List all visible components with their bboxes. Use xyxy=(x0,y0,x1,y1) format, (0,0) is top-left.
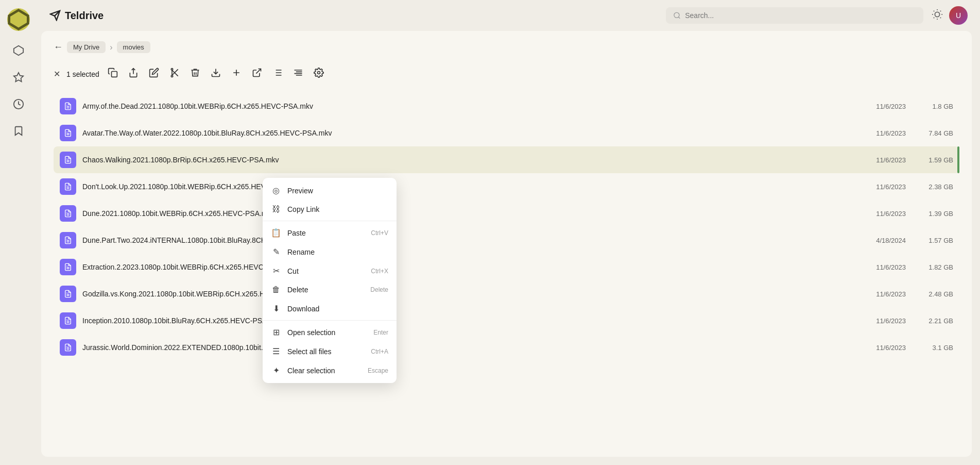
delete-icon[interactable] xyxy=(188,65,202,82)
menu-item-label: Copy Link xyxy=(287,205,388,213)
file-name: Extraction.2.2023.1080p.10bit.WEBRip.6CH… xyxy=(82,263,848,271)
file-name: Don't.Look.Up.2021.1080p.10bit.WEBRip.6C… xyxy=(82,182,848,191)
menu-item-icon: ✂ xyxy=(271,266,281,276)
avatar[interactable]: U xyxy=(949,6,968,25)
file-row[interactable]: Godzilla.vs.Kong.2021.1080p.10bit.WEBRip… xyxy=(54,280,959,307)
copy-icon[interactable] xyxy=(106,65,120,82)
file-size: 1.8 GB xyxy=(912,103,953,110)
file-row[interactable]: Don't.Look.Up.2021.1080p.10bit.WEBRip.6C… xyxy=(54,173,959,200)
menu-item-icon: ⛓ xyxy=(271,205,281,214)
drive-icon xyxy=(13,45,24,56)
context-menu-item-delete[interactable]: 🗑 Delete Delete xyxy=(263,280,397,299)
context-menu-item-cut[interactable]: ✂ Cut Ctrl+X xyxy=(263,261,397,280)
svg-marker-1 xyxy=(14,46,23,55)
menu-item-label: Select all files xyxy=(287,347,365,356)
content-area: ← My Drive › movies ✕ 1 selected xyxy=(41,31,972,457)
context-menu-item-clear-selection[interactable]: ✦ Clear selection Escape xyxy=(263,361,397,380)
sort-icon[interactable] xyxy=(291,65,305,82)
sidebar-item-storage[interactable] xyxy=(7,120,30,142)
file-name: Army.of.the.Dead.2021.1080p.10bit.WEBRip… xyxy=(82,102,848,110)
mkv-file-icon xyxy=(64,102,72,110)
sidebar-item-starred[interactable] xyxy=(7,66,30,89)
file-row[interactable]: Army.of.the.Dead.2021.1080p.10bit.WEBRip… xyxy=(54,93,959,120)
file-row[interactable]: Avatar.The.Way.of.Water.2022.1080p.10bit… xyxy=(54,120,959,146)
view-icon[interactable] xyxy=(270,65,285,82)
topbar-right: U xyxy=(932,6,968,25)
context-menu-item-preview[interactable]: ◎ Preview xyxy=(263,181,397,200)
cut-icon[interactable] xyxy=(167,65,182,82)
file-icon xyxy=(60,286,76,302)
search-input[interactable] xyxy=(685,11,916,20)
breadcrumb: ← My Drive › movies xyxy=(54,41,959,53)
context-menu-item-copy-link[interactable]: ⛓ Copy Link xyxy=(263,200,397,219)
context-menu-divider xyxy=(263,221,397,221)
file-list: Army.of.the.Dead.2021.1080p.10bit.WEBRip… xyxy=(54,93,959,361)
file-row[interactable]: Jurassic.World.Dominion.2022.EXTENDED.10… xyxy=(54,334,959,361)
download-icon[interactable] xyxy=(209,65,223,82)
file-name: Jurassic.World.Dominion.2022.EXTENDED.10… xyxy=(82,343,848,352)
file-date: 11/6/2023 xyxy=(854,156,906,164)
svg-line-15 xyxy=(934,17,934,18)
mkv-file-icon xyxy=(64,236,72,244)
add-icon[interactable] xyxy=(229,65,244,82)
main-content: Teldrive xyxy=(37,0,980,465)
breadcrumb-my-drive[interactable]: My Drive xyxy=(67,41,106,53)
file-date: 11/6/2023 xyxy=(854,344,906,352)
sun-icon xyxy=(932,9,943,20)
context-menu: ◎ Preview ⛓ Copy Link 📋 Paste Ctrl+V ✎ R… xyxy=(263,178,397,383)
file-size: 1.82 GB xyxy=(912,263,953,271)
file-row[interactable]: Extraction.2.2023.1080p.10bit.WEBRip.6CH… xyxy=(54,254,959,280)
mkv-file-icon xyxy=(64,156,72,164)
sidebar-item-drive[interactable] xyxy=(7,39,30,62)
external-link-icon[interactable] xyxy=(250,65,264,82)
menu-item-icon: ✎ xyxy=(271,247,281,257)
menu-item-label: Clear selection xyxy=(287,367,362,375)
mkv-file-icon xyxy=(64,290,72,298)
edit-icon[interactable] xyxy=(147,65,161,82)
breadcrumb-back[interactable]: ← xyxy=(54,42,63,53)
settings-icon[interactable] xyxy=(312,65,326,82)
file-size: 2.48 GB xyxy=(912,290,953,298)
menu-item-icon: ⬇ xyxy=(271,304,281,313)
sidebar-item-recent[interactable] xyxy=(7,93,30,115)
menu-item-shortcut: Ctrl+V xyxy=(371,229,388,237)
file-name: Avatar.The.Way.of.Water.2022.1080p.10bit… xyxy=(82,129,848,137)
file-row[interactable]: Dune.2021.1080p.10bit.WEBRip.6CH.x265.HE… xyxy=(54,200,959,227)
menu-item-label: Download xyxy=(287,305,388,313)
topbar: Teldrive xyxy=(37,0,980,31)
context-menu-item-select-all-files[interactable]: ☰ Select all files Ctrl+A xyxy=(263,342,397,361)
share-icon[interactable] xyxy=(126,65,141,82)
file-name: Dune.Part.Two.2024.iNTERNAL.1080p.10bit.… xyxy=(82,236,848,244)
file-row[interactable]: Dune.Part.Two.2024.iNTERNAL.1080p.10bit.… xyxy=(54,227,959,254)
svg-rect-17 xyxy=(111,72,117,77)
file-row[interactable]: Chaos.Walking.2021.1080p.BrRip.6CH.x265.… xyxy=(54,146,959,173)
file-icon xyxy=(60,232,76,248)
svg-line-12 xyxy=(940,17,941,18)
file-row[interactable]: Inception.2010.1080p.10bit.BluRay.6CH.x2… xyxy=(54,307,959,334)
menu-item-shortcut: Escape xyxy=(368,367,388,374)
file-icon xyxy=(60,205,76,222)
context-menu-item-rename[interactable]: ✎ Rename xyxy=(263,242,397,261)
menu-item-label: Cut xyxy=(287,267,365,275)
file-name: Inception.2010.1080p.10bit.BluRay.6CH.x2… xyxy=(82,317,848,325)
breadcrumb-movies[interactable]: movies xyxy=(117,41,150,53)
menu-item-shortcut: Ctrl+A xyxy=(371,348,388,355)
selection-count: 1 selected xyxy=(66,70,99,78)
context-menu-item-open-selection[interactable]: ⊞ Open selection Enter xyxy=(263,323,397,342)
menu-item-icon: 🗑 xyxy=(271,285,281,294)
context-menu-divider xyxy=(263,320,397,321)
file-size: 2.38 GB xyxy=(912,183,953,191)
file-size: 3.1 GB xyxy=(912,344,953,352)
file-size: 7.84 GB xyxy=(912,129,953,137)
clear-selection-x[interactable]: ✕ xyxy=(54,69,60,79)
theme-toggle[interactable] xyxy=(932,9,943,23)
breadcrumb-separator: › xyxy=(110,43,112,52)
file-size: 1.39 GB xyxy=(912,210,953,218)
sidebar xyxy=(0,0,37,465)
search-bar[interactable] xyxy=(666,7,923,24)
menu-item-icon: ◎ xyxy=(271,186,281,195)
context-menu-item-download[interactable]: ⬇ Download xyxy=(263,299,397,318)
context-menu-item-paste[interactable]: 📋 Paste Ctrl+V xyxy=(263,223,397,242)
file-date: 11/6/2023 xyxy=(854,129,906,137)
svg-line-11 xyxy=(934,10,934,11)
